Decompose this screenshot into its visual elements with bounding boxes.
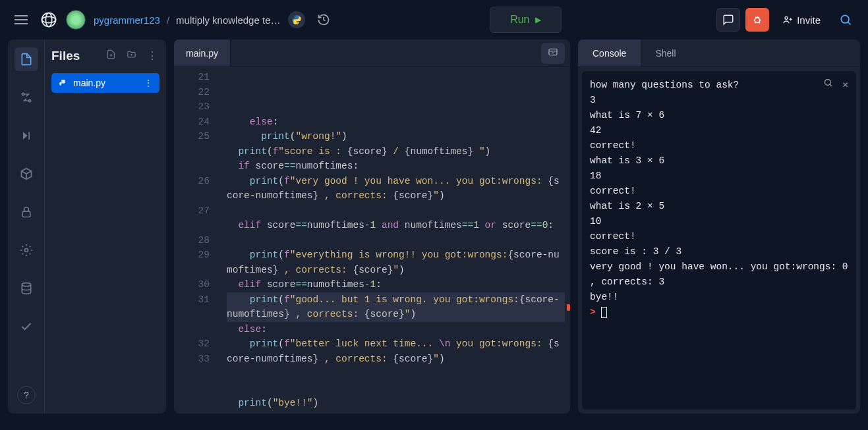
sidebar: Files ⋮ main.py ⋮ ?: [8, 40, 166, 414]
breadcrumb-project[interactable]: multiply knowledge te…: [176, 14, 280, 26]
new-file-icon[interactable]: [104, 47, 118, 64]
console-line: correct!: [590, 229, 848, 244]
svg-point-12: [22, 283, 30, 286]
svg-line-17: [830, 84, 832, 86]
svg-rect-10: [22, 211, 30, 217]
bug-icon[interactable]: [745, 8, 769, 32]
prompt-cursor: [601, 307, 607, 318]
settings-icon[interactable]: [14, 238, 38, 262]
invite-button[interactable]: Invite: [774, 9, 828, 31]
tab-shell[interactable]: Shell: [641, 40, 690, 67]
chat-icon[interactable]: [716, 8, 740, 32]
console-tabs: Console Shell: [578, 40, 860, 67]
debugger-icon[interactable]: [14, 124, 38, 148]
breadcrumb: pygrammer123 / multiply knowledge te…: [94, 14, 280, 26]
editor-tabs: main.py: [174, 40, 570, 67]
python-icon: [288, 11, 305, 28]
svg-point-11: [24, 249, 28, 252]
menu-icon[interactable]: [11, 11, 32, 28]
tab-main-py[interactable]: main.py: [174, 40, 231, 67]
svg-point-4: [785, 16, 788, 19]
console-line: how many questions to ask?: [590, 78, 848, 93]
console-line: correct!: [590, 138, 848, 153]
database-icon[interactable]: [14, 277, 38, 300]
svg-point-0: [42, 13, 56, 27]
run-label: Run: [510, 14, 529, 26]
version-control-icon[interactable]: [14, 86, 38, 109]
more-icon[interactable]: ⋮: [145, 47, 159, 64]
console-line: what is 3 × 6: [590, 153, 848, 169]
invite-icon: [782, 14, 793, 25]
replit-logo-icon[interactable]: [40, 11, 58, 29]
markdown-preview-icon[interactable]: [541, 43, 565, 64]
files-title: Files: [51, 49, 98, 63]
console-line: score is : 3 / 3: [590, 244, 848, 259]
console-line: very good ! you have won... you got:wron…: [590, 259, 848, 290]
line-gutter: 2122232425 26 27 2829 3031 3233: [174, 67, 221, 414]
python-file-icon: [58, 78, 68, 88]
file-panel: Files ⋮ main.py ⋮: [45, 40, 166, 414]
tab-console[interactable]: Console: [578, 40, 641, 67]
packages-icon[interactable]: [14, 162, 38, 186]
console-line: 42: [590, 123, 848, 138]
console-line: bye!!: [590, 290, 848, 305]
scroll-marker: [567, 304, 570, 311]
svg-point-2: [45, 13, 51, 27]
help-icon[interactable]: ?: [17, 386, 36, 404]
code-content[interactable]: else: print("wrong!") print(f"score is :…: [221, 67, 570, 414]
avatar[interactable]: [66, 10, 86, 30]
svg-point-5: [841, 15, 849, 23]
svg-point-7: [22, 93, 24, 95]
code-editor[interactable]: 2122232425 26 27 2829 3031 3233 else: pr…: [174, 67, 570, 414]
console-line: 10: [590, 214, 848, 229]
run-button[interactable]: Run ▶: [490, 7, 561, 33]
console-line: 18: [590, 169, 848, 184]
check-icon[interactable]: [14, 315, 38, 338]
editor-panel: main.py 2122232425 26 27 2829 3031 3233 …: [174, 40, 570, 414]
svg-line-6: [848, 22, 850, 24]
history-icon[interactable]: [313, 9, 334, 30]
prompt-caret: >: [590, 307, 596, 317]
svg-point-1: [42, 16, 56, 22]
svg-rect-13: [549, 49, 557, 55]
new-folder-icon[interactable]: [125, 47, 138, 64]
breadcrumb-separator: /: [167, 14, 169, 26]
svg-point-16: [825, 80, 831, 86]
play-icon: ▶: [535, 15, 541, 24]
console-line: what is 2 × 5: [590, 199, 848, 214]
console-output[interactable]: ✕ how many questions to ask?3what is 7 ×…: [582, 71, 856, 410]
top-bar: pygrammer123 / multiply knowledge te… Ru…: [0, 0, 868, 40]
console-line: correct!: [590, 184, 848, 199]
svg-point-8: [28, 99, 30, 101]
tool-column: [8, 40, 45, 414]
search-icon[interactable]: [834, 8, 857, 32]
console-line: 3: [590, 93, 848, 108]
file-item-main[interactable]: main.py ⋮: [51, 73, 159, 93]
breadcrumb-user[interactable]: pygrammer123: [94, 14, 160, 26]
console-panel: Console Shell ✕ how many questions to as…: [578, 40, 860, 414]
file-name: main.py: [73, 78, 105, 88]
console-line: what is 7 × 6: [590, 108, 848, 123]
file-more-icon[interactable]: ⋮: [144, 78, 153, 88]
invite-label: Invite: [797, 14, 821, 26]
console-search-icon[interactable]: [823, 78, 833, 93]
files-tool-icon[interactable]: [14, 47, 38, 71]
console-clear-icon[interactable]: ✕: [842, 78, 848, 93]
svg-rect-9: [28, 132, 30, 140]
secrets-icon[interactable]: [14, 200, 38, 224]
